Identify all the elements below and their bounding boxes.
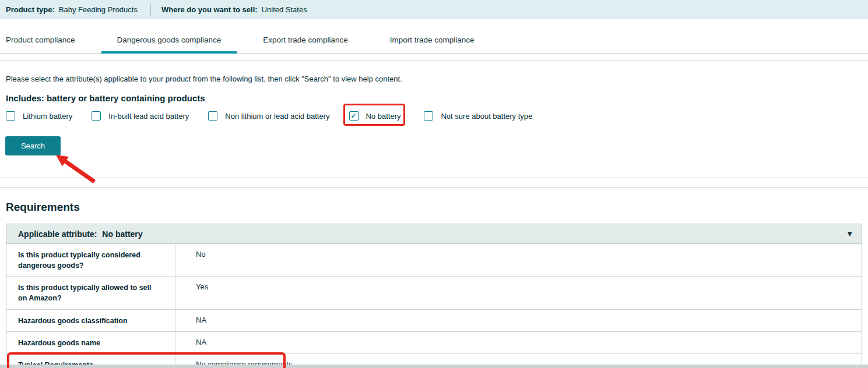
- applicable-attribute-header[interactable]: Applicable attribute: No battery ▼: [6, 224, 862, 244]
- checkbox-icon[interactable]: [424, 111, 433, 121]
- checkbox-label: Non lithium or lead acid battery: [225, 112, 329, 121]
- bottom-edge-band: [0, 365, 868, 368]
- row-value: No: [175, 244, 206, 276]
- product-type-value: Baby Feeding Products: [59, 5, 138, 14]
- checkbox-icon[interactable]: [208, 111, 217, 121]
- table-row: Is this product typically allowed to sel…: [6, 277, 862, 309]
- attribute-selection-panel: Please select the attribute(s) applicabl…: [0, 75, 868, 155]
- checkbox-lithium-battery[interactable]: Lithium battery: [6, 111, 72, 121]
- product-type-label: Product type:: [6, 5, 55, 14]
- table-row: Hazardous goods name NA: [6, 332, 862, 354]
- row-value: Yes: [175, 277, 208, 309]
- vertical-divider: [150, 4, 151, 16]
- checkbox-label: No battery: [366, 112, 401, 121]
- row-label: Is this product typically considered dan…: [6, 244, 175, 276]
- requirements-table: Applicable attribute: No battery ▼ Is th…: [6, 224, 862, 368]
- applicable-attribute-text: Applicable attribute: No battery: [18, 229, 143, 239]
- checkbox-label: Lithium battery: [23, 112, 72, 121]
- compliance-tabbar: Product compliance Dangerous goods compl…: [0, 26, 868, 54]
- table-row: Hazardous goods classification NA: [6, 310, 862, 332]
- checkbox-inbuilt-lead-acid-battery[interactable]: In-built lead acid battery: [92, 111, 189, 121]
- row-value: NA: [175, 332, 206, 353]
- battery-section-title: Includes: battery or battery containing …: [6, 93, 862, 103]
- requirements-heading: Requirements: [6, 201, 862, 214]
- tab-import-trade-compliance[interactable]: Import trade compliance: [374, 26, 491, 53]
- tab-dangerous-goods-compliance[interactable]: Dangerous goods compliance: [101, 26, 238, 53]
- checkbox-label: In-built lead acid battery: [108, 112, 189, 121]
- row-label: Hazardous goods classification: [6, 310, 175, 331]
- sell-location-value: United States: [262, 5, 307, 14]
- sell-location-pair: Where do you want to sell: United States: [161, 5, 307, 14]
- divider: [0, 187, 868, 188]
- checkbox-label: Not sure about battery type: [441, 112, 532, 121]
- checkbox-icon[interactable]: [6, 111, 15, 121]
- applicable-attribute-label: Applicable attribute:: [18, 229, 97, 239]
- applicable-attribute-value: No battery: [102, 229, 142, 239]
- row-value: NA: [175, 310, 206, 331]
- tab-product-compliance[interactable]: Product compliance: [6, 26, 92, 53]
- row-label: Hazardous goods name: [6, 332, 175, 353]
- checkbox-no-battery[interactable]: ✓ No battery: [349, 111, 401, 121]
- divider: [0, 178, 868, 178]
- sell-location-label: Where do you want to sell:: [161, 5, 258, 14]
- battery-checkbox-row: Lithium battery In-built lead acid batte…: [6, 111, 862, 121]
- context-bar: Product type: Baby Feeding Products Wher…: [0, 0, 868, 19]
- product-type-pair: Product type: Baby Feeding Products: [6, 5, 138, 14]
- table-row: Is this product typically considered dan…: [6, 244, 862, 277]
- check-icon: ✓: [350, 112, 356, 120]
- checkbox-non-lithium-or-lead-acid-battery[interactable]: Non lithium or lead acid battery: [208, 111, 329, 121]
- checkbox-not-sure-about-battery-type[interactable]: Not sure about battery type: [424, 111, 532, 121]
- requirements-section: Requirements Applicable attribute: No ba…: [0, 201, 868, 368]
- chevron-down-icon[interactable]: ▼: [846, 230, 853, 238]
- checkbox-checked-icon[interactable]: ✓: [349, 111, 359, 121]
- tab-export-trade-compliance[interactable]: Export trade compliance: [247, 26, 364, 53]
- instruction-text: Please select the attribute(s) applicabl…: [6, 75, 862, 83]
- checkbox-icon[interactable]: [92, 111, 101, 121]
- divider: [0, 61, 868, 61]
- row-label: Is this product typically allowed to sel…: [6, 277, 175, 309]
- search-button[interactable]: Search: [5, 136, 61, 155]
